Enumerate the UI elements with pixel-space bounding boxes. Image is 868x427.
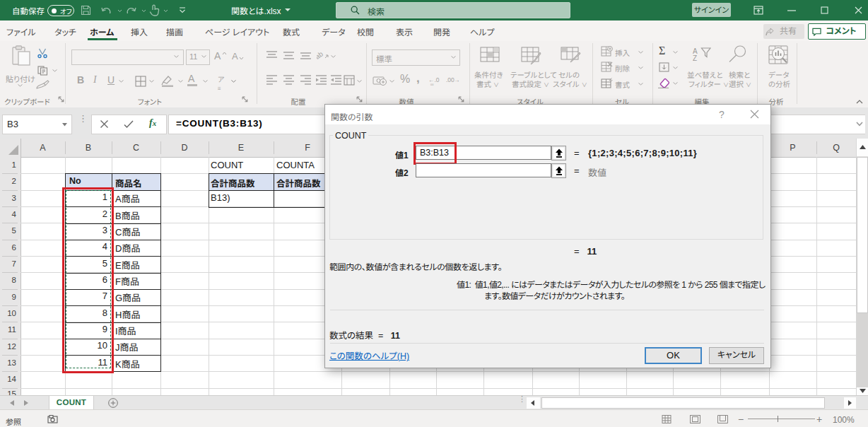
- svg-text:→: →: [454, 76, 460, 83]
- svg-text:Z: Z: [693, 54, 697, 62]
- svg-text:00: 00: [430, 83, 434, 86]
- svg-text:ab: ab: [317, 49, 324, 61]
